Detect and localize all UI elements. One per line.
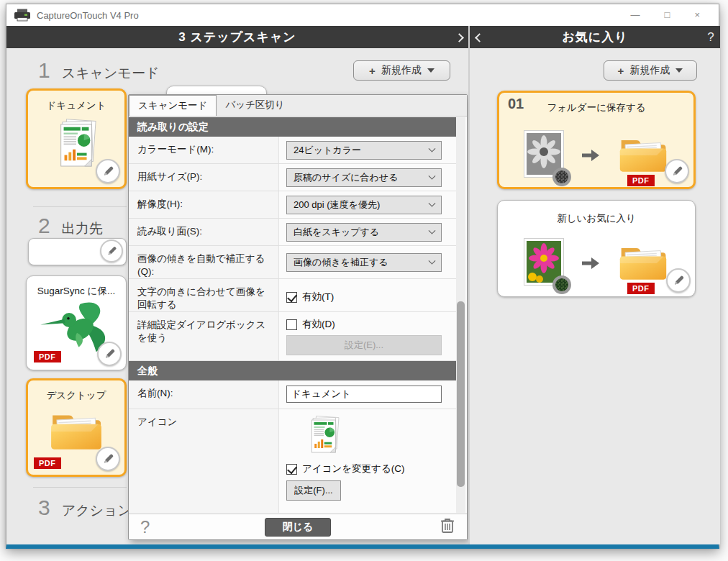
dialog-help-icon[interactable]: ? (140, 517, 150, 537)
resolution-label: 解像度(H): (129, 191, 278, 218)
paper-size-value: 原稿のサイズに合わせる (294, 171, 398, 184)
new-scan-mode-label: 新規作成 (381, 64, 422, 77)
app-window: CaptureOnTouch V4 Pro — □ × 3 ステップスキャン お… (6, 4, 719, 549)
favorite-card-new[interactable]: 新しいお気に入り PDF (497, 200, 696, 297)
scan-steps-panel: 1 スキャンモード 新規作成 ドキュメント (6, 48, 468, 544)
dropdown-arrow-icon (675, 68, 683, 73)
close-dialog-button[interactable]: 閉じる (265, 518, 331, 537)
magnifier-icon (552, 275, 571, 294)
new-scan-mode-button[interactable]: 新規作成 (353, 60, 450, 81)
rotate-checkbox[interactable] (286, 292, 297, 303)
pencil-icon (671, 273, 686, 288)
document-icon-preview (306, 415, 457, 458)
output-card-desktop[interactable]: デスクトップ PDF (26, 378, 127, 477)
close-window-button[interactable]: × (694, 4, 700, 26)
name-label: 名前(N): (129, 380, 278, 409)
right-header-bar: お気に入り ? (470, 26, 720, 48)
tab-batch-separation[interactable]: バッチ区切り (217, 95, 293, 116)
scrollbar-thumb[interactable] (457, 301, 465, 487)
new-favorite-button[interactable]: 新規作成 (604, 60, 697, 81)
scan-mode-edit-dialog: スキャンモード バッチ区切り 読み取りの設定 カラーモード(M): 24ビットカ… (128, 94, 468, 540)
edit-pencil-button[interactable] (96, 447, 120, 471)
folder-icon: PDF (617, 242, 669, 284)
plus-icon (618, 65, 624, 77)
favorites-help-icon[interactable]: ? (701, 30, 720, 45)
pdf-badge: PDF (34, 457, 61, 469)
left-panel-title: 3 ステップスキャン (25, 29, 450, 45)
advanced-checkbox[interactable] (286, 319, 297, 330)
row-deskew: 画像の傾きを自動で補正する(Q): 画像の傾きを補正する (129, 246, 457, 279)
output-card-label: デスクトップ (28, 389, 124, 402)
output-card-partial[interactable] (28, 238, 127, 265)
step-1-heading: 1 スキャンモード (38, 58, 159, 83)
deskew-value: 画像の傾きを補正する (294, 256, 388, 269)
resolution-value: 200 dpi (速度を優先) (294, 199, 380, 211)
color-mode-select[interactable]: 24ビットカラー (286, 141, 442, 160)
arrow-right-icon (581, 257, 600, 270)
name-input[interactable] (286, 386, 442, 403)
step-2-label: 出力先 (62, 219, 103, 238)
magnifier-icon (552, 168, 571, 186)
step-3-label: アクション (62, 501, 132, 520)
color-mode-label: カラーモード(M): (129, 137, 278, 163)
output-card-label: SugarSync に保... (27, 285, 126, 298)
deskew-label: 画像の傾きを自動で補正する(Q): (129, 246, 278, 278)
row-name: 名前(N): (129, 380, 457, 409)
pdf-badge: PDF (34, 351, 61, 362)
edit-pencil-button[interactable] (96, 159, 120, 183)
change-icon-checkbox[interactable] (286, 464, 297, 475)
pdf-badge: PDF (627, 175, 655, 186)
favorite-card-save-to-folder[interactable]: 01 フォルダーに保存する PDF (497, 91, 696, 189)
chevron-down-icon (429, 199, 436, 206)
favorite-card-label: フォルダーに保存する (499, 101, 693, 114)
favorite-number: 01 (508, 96, 524, 112)
advanced-checkbox-label: 有効(D) (302, 318, 335, 331)
row-rotate-by-text: 文字の向きに合わせて画像を回転する 有効(T) (129, 279, 457, 312)
tab-scan-mode[interactable]: スキャンモード (129, 95, 217, 116)
new-favorite-label: 新規作成 (629, 64, 670, 77)
edit-pencil-button[interactable] (666, 268, 691, 293)
plus-icon (369, 65, 376, 77)
resolution-select[interactable]: 200 dpi (速度を優先) (286, 196, 442, 214)
favorite-card-label: 新しいお気に入り (498, 212, 695, 225)
step-1-number: 1 (38, 58, 50, 83)
next-arrow-icon[interactable] (450, 31, 468, 44)
step-2-heading: 2 出力先 (38, 214, 103, 238)
chevron-down-icon (429, 172, 436, 179)
advanced-label: 詳細設定ダイアログボックスを使う (129, 312, 278, 360)
chevron-down-icon (429, 145, 436, 152)
window-title: CaptureOnTouch V4 Pro (37, 10, 631, 21)
edit-pencil-button[interactable] (100, 240, 123, 263)
deskew-select[interactable]: 画像の傾きを補正する (286, 253, 442, 272)
dialog-content: 読み取りの設定 カラーモード(M): 24ビットカラー 用紙サイズ(P): (129, 117, 457, 513)
photo-grayscale-icon (524, 130, 564, 181)
output-card-sugarsync[interactable]: SugarSync に保... PDF (26, 275, 127, 370)
step-3-number: 3 (38, 496, 50, 520)
section-header-scan-settings: 読み取りの設定 (129, 117, 457, 137)
dialog-tabstrip: スキャンモード バッチ区切り (129, 95, 467, 117)
row-advanced-dialog: 詳細設定ダイアログボックスを使う 有効(D) 設定(E)... (129, 312, 457, 361)
paper-size-select[interactable]: 原稿のサイズに合わせる (286, 168, 442, 187)
pdf-badge: PDF (627, 283, 655, 294)
minimize-button[interactable]: — (631, 4, 640, 26)
section-header-general: 全般 (129, 361, 457, 380)
icon-label: アイコン (129, 409, 278, 513)
maximize-button[interactable]: □ (665, 4, 670, 26)
edit-pencil-button[interactable] (665, 159, 689, 183)
back-arrow-icon[interactable] (470, 31, 488, 44)
dialog-footer: ? 閉じる (129, 514, 467, 539)
row-paper-size: 用紙サイズ(P): 原稿のサイズに合わせる (129, 164, 457, 191)
dialog-scrollbar[interactable] (456, 117, 465, 513)
delete-trash-icon[interactable] (440, 517, 455, 537)
folder-icon (28, 409, 124, 451)
scan-side-select[interactable]: 白紙をスキップする (286, 223, 442, 242)
icon-settings-button[interactable]: 設定(F)... (286, 480, 341, 501)
edit-pencil-button[interactable] (97, 342, 122, 366)
scan-mode-card-document[interactable]: ドキュメント (26, 88, 127, 189)
row-icon: アイコン アイコンを変更する(C) 設定(F)... (129, 409, 457, 513)
scan-side-label: 読み取り面(S): (129, 219, 278, 245)
step-3-heading: 3 アクション (38, 496, 132, 520)
rotate-label: 文字の向きに合わせて画像を回転する (129, 279, 278, 311)
dropdown-arrow-icon (427, 68, 434, 73)
advanced-settings-button[interactable]: 設定(E)... (286, 335, 442, 355)
